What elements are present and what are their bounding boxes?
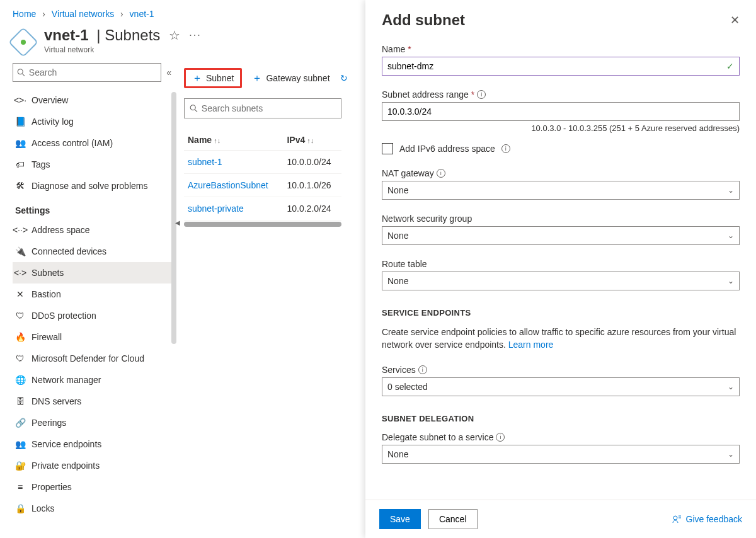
subnet-search[interactable] <box>184 98 341 118</box>
sidebar-item-label: Diagnose and solve problems <box>32 181 147 191</box>
sidebar-item-priv[interactable]: 🔐Private endpoints <box>13 455 171 476</box>
add-subnet-panel: Add subnet ✕ Name* ✓ Subnet address rang… <box>365 0 756 538</box>
service-endpoints-desc: Create service endpoint policies to allo… <box>382 326 740 351</box>
sidebar-search[interactable] <box>13 63 161 82</box>
give-feedback-link[interactable]: Give feedback <box>672 514 743 524</box>
subnet-name-cell[interactable]: subnet-1 <box>184 151 283 174</box>
col-ipv4[interactable]: IPv4↑↓ <box>283 130 341 151</box>
subnet-name-cell[interactable]: subnet-private <box>184 197 283 220</box>
sidebar: « <>·Overview📘Activity log👥Access contro… <box>0 63 171 538</box>
name-input-field[interactable] <box>387 61 726 71</box>
chevron-down-icon: ⌄ <box>728 277 734 285</box>
ipv6-checkbox[interactable] <box>382 143 393 154</box>
chevron-right-icon: › <box>120 9 123 19</box>
sidebar-item-peer[interactable]: 🔗Peerings <box>13 412 171 433</box>
sidebar-item-iam[interactable]: 👥Access control (IAM) <box>13 132 171 154</box>
col-name[interactable]: Name↑↓ <box>184 130 283 151</box>
panel-title: Add subnet <box>382 11 465 29</box>
name-input[interactable]: ✓ <box>382 57 740 76</box>
chevron-down-icon: ⌄ <box>728 231 734 240</box>
sidebar-item-label: Private endpoints <box>32 461 100 471</box>
sidebar-item-label: Service endpoints <box>32 439 101 449</box>
sidebar-item-label: Peerings <box>32 418 66 428</box>
netmgr-icon: 🌐 <box>15 375 25 385</box>
nat-select[interactable]: None⌄ <box>382 181 740 200</box>
sidebar-item-dns[interactable]: 🗄DNS servers <box>13 391 171 412</box>
sidebar-item-label: DDoS protection <box>32 311 96 321</box>
more-menu-icon[interactable]: ··· <box>189 30 201 41</box>
subnets-icon: <·> <box>15 268 25 278</box>
delegate-select[interactable]: None⌄ <box>382 445 740 464</box>
sidebar-item-devices[interactable]: 🔌Connected devices <box>13 241 171 262</box>
info-icon[interactable]: i <box>437 169 445 178</box>
peer-icon: 🔗 <box>15 418 25 428</box>
sidebar-item-label: Network manager <box>32 375 101 385</box>
name-label: Name <box>382 44 405 54</box>
refresh-icon[interactable]: ↻ <box>340 73 348 83</box>
services-select[interactable]: 0 selected⌄ <box>382 377 740 396</box>
info-icon[interactable]: i <box>501 144 510 153</box>
cancel-button[interactable]: Cancel <box>428 509 478 529</box>
favorite-star-icon[interactable]: ☆ <box>169 28 180 43</box>
learn-more-link[interactable]: Learn more <box>508 340 554 350</box>
svg-line-3 <box>195 110 197 112</box>
add-gateway-subnet-button[interactable]: ＋ Gateway subnet <box>246 68 336 88</box>
sidebar-item-tags[interactable]: 🏷Tags <box>13 154 171 175</box>
close-icon[interactable]: ✕ <box>730 13 740 27</box>
range-input[interactable] <box>382 102 740 121</box>
info-icon[interactable]: i <box>418 365 427 374</box>
subnet-search-input[interactable] <box>202 103 336 113</box>
sidebar-item-label: Locks <box>32 503 55 513</box>
dns-icon: 🗄 <box>15 396 25 406</box>
page-title: vnet-1 | Subnets <box>44 26 160 44</box>
sidebar-item-netmgr[interactable]: 🌐Network manager <box>13 369 171 391</box>
sidebar-item-prop[interactable]: ≡Properties <box>13 476 171 498</box>
table-row[interactable]: AzureBastionSubnet10.0.1.0/26 <box>184 174 341 197</box>
info-icon[interactable]: i <box>477 90 486 99</box>
sidebar-item-locks[interactable]: 🔒Locks <box>13 498 171 519</box>
sidebar-item-svc[interactable]: 👥Service endpoints <box>13 433 171 455</box>
save-button[interactable]: Save <box>379 509 421 529</box>
svg-point-0 <box>18 69 23 74</box>
svg-point-4 <box>673 516 677 520</box>
table-row[interactable]: subnet-private10.0.2.0/24 <box>184 197 341 220</box>
rt-select[interactable]: None⌄ <box>382 272 740 290</box>
chevron-down-icon: ⌄ <box>728 450 734 459</box>
crumb-home[interactable]: Home <box>13 9 36 19</box>
search-icon <box>190 104 198 113</box>
sidebar-item-label: Address space <box>32 225 90 235</box>
sidebar-item-activity[interactable]: 📘Activity log <box>13 111 171 132</box>
table-hscrollbar[interactable] <box>184 222 341 227</box>
defender-icon: 🛡 <box>15 353 25 363</box>
crumb-vnets[interactable]: Virtual networks <box>52 9 114 19</box>
subnet-name-cell[interactable]: AzureBastionSubnet <box>184 174 283 197</box>
sidebar-item-ddos[interactable]: 🛡DDoS protection <box>13 305 171 326</box>
crumb-vnet1[interactable]: vnet-1 <box>130 9 154 19</box>
add-subnet-button[interactable]: ＋ Subnet <box>184 68 242 88</box>
sidebar-item-diag[interactable]: 🛠Diagnose and solve problems <box>13 175 171 197</box>
range-label: Subnet address range <box>382 89 469 100</box>
sidebar-item-addr[interactable]: <··>Address space <box>13 219 171 241</box>
sidebar-item-label: Tags <box>32 159 50 169</box>
addr-icon: <··> <box>15 225 25 235</box>
sidebar-item-overview[interactable]: <>·Overview <box>13 89 171 111</box>
ddos-icon: 🛡 <box>15 311 25 321</box>
table-row[interactable]: subnet-110.0.0.0/24 <box>184 151 341 174</box>
nsg-label: Network security group <box>382 214 472 224</box>
sidebar-item-label: Bastion <box>32 289 61 299</box>
sidebar-item-defender[interactable]: 🛡Microsoft Defender for Cloud <box>13 348 171 369</box>
rt-label: Route table <box>382 259 427 269</box>
nsg-select[interactable]: None⌄ <box>382 226 740 245</box>
firewall-icon: 🔥 <box>15 332 25 342</box>
range-hint: 10.0.3.0 - 10.0.3.255 (251 + 5 Azure res… <box>382 123 740 133</box>
chevron-right-icon: › <box>42 9 45 19</box>
sidebar-item-label: Properties <box>32 482 72 492</box>
bastion-icon: ✕ <box>15 289 25 299</box>
info-icon[interactable]: i <box>496 433 505 442</box>
sidebar-item-subnets[interactable]: <·>Subnets <box>13 262 171 283</box>
sidebar-search-input[interactable] <box>29 67 157 77</box>
collapse-sidebar-icon[interactable]: « <box>166 67 171 77</box>
sidebar-item-firewall[interactable]: 🔥Firewall <box>13 326 171 348</box>
range-input-field[interactable] <box>387 106 734 117</box>
sidebar-item-bastion[interactable]: ✕Bastion <box>13 283 171 305</box>
